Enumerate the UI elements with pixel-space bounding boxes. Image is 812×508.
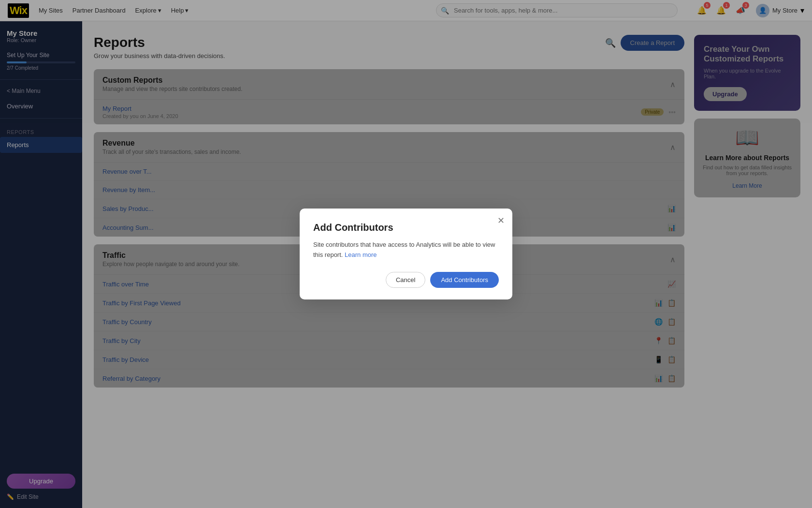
modal-title: Add Contributors [313,222,499,233]
modal-learn-more-link[interactable]: Learn more [345,251,377,258]
modal-body: Site contributors that have access to An… [313,240,499,260]
add-contributors-modal: ✕ Add Contributors Site contributors tha… [300,209,512,299]
modal-close-button[interactable]: ✕ [497,215,505,226]
modal-cancel-button[interactable]: Cancel [386,272,425,288]
modal-body-text: Site contributors that have access to An… [313,241,495,258]
modal-add-contributors-button[interactable]: Add Contributors [430,272,499,288]
modal-actions: Cancel Add Contributors [313,272,499,288]
modal-overlay: ✕ Add Contributors Site contributors tha… [0,0,812,508]
